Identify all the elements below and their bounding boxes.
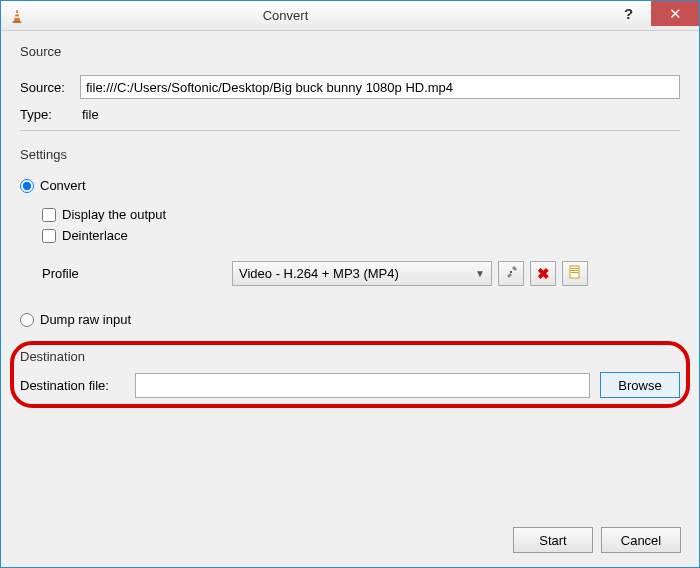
display-output-label: Display the output — [62, 207, 166, 222]
source-group: Source Source: Type: file — [19, 43, 681, 132]
dump-raw-radio[interactable] — [20, 313, 34, 327]
delete-x-icon: ✖ — [537, 265, 550, 283]
edit-profile-button[interactable] — [498, 261, 524, 286]
destination-group: Destination Destination file: Browse — [19, 348, 681, 399]
titlebar: Convert ? ✕ — [1, 1, 699, 31]
delete-profile-button[interactable]: ✖ — [530, 261, 556, 286]
profile-select[interactable]: Video - H.264 + MP3 (MP4) ▼ — [232, 261, 492, 286]
convert-radio-label: Convert — [40, 178, 86, 193]
browse-button[interactable]: Browse — [600, 372, 680, 398]
chevron-down-icon: ▼ — [475, 268, 485, 279]
dump-raw-label: Dump raw input — [40, 312, 131, 327]
start-button[interactable]: Start — [513, 527, 593, 553]
browse-button-label: Browse — [618, 378, 661, 393]
convert-dialog: Convert ? ✕ Source Source: Type: file — [0, 0, 700, 568]
profile-value: Video - H.264 + MP3 (MP4) — [239, 266, 399, 281]
start-button-label: Start — [539, 533, 566, 548]
divider — [20, 130, 680, 131]
source-group-label: Source — [20, 44, 680, 59]
convert-radio[interactable] — [20, 179, 34, 193]
type-value: file — [80, 107, 99, 122]
svg-rect-8 — [571, 272, 578, 273]
source-label: Source: — [20, 80, 80, 95]
destination-file-input[interactable] — [135, 373, 590, 398]
settings-group: Settings Convert Display the output Dein… — [19, 146, 681, 338]
cancel-button-label: Cancel — [621, 533, 661, 548]
tools-icon — [504, 265, 518, 282]
new-file-icon — [568, 265, 582, 282]
source-input[interactable] — [80, 75, 680, 99]
display-output-checkbox[interactable] — [42, 208, 56, 222]
window-title: Convert — [0, 8, 606, 23]
deinterlace-checkbox[interactable] — [42, 229, 56, 243]
destination-group-label: Destination — [20, 349, 680, 364]
svg-rect-7 — [571, 270, 578, 271]
close-button[interactable]: ✕ — [651, 1, 699, 26]
svg-rect-6 — [571, 268, 578, 269]
svg-rect-4 — [510, 271, 512, 273]
cancel-button[interactable]: Cancel — [601, 527, 681, 553]
destination-file-label: Destination file: — [20, 378, 135, 393]
settings-group-label: Settings — [20, 147, 680, 162]
help-button[interactable]: ? — [606, 1, 651, 26]
dialog-footer: Start Cancel — [513, 527, 681, 553]
new-profile-button[interactable] — [562, 261, 588, 286]
profile-label: Profile — [42, 266, 232, 281]
deinterlace-label: Deinterlace — [62, 228, 128, 243]
type-label: Type: — [20, 107, 80, 122]
